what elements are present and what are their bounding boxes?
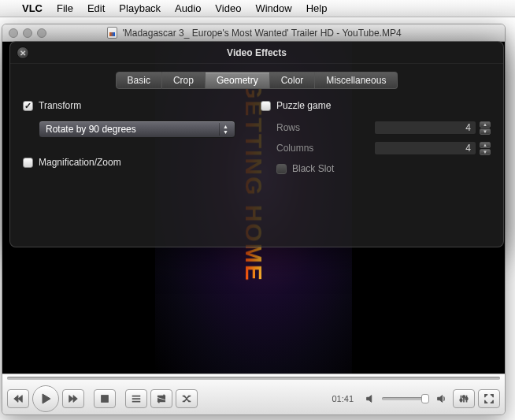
chevron-updown-icon: ▲▼ (219, 123, 232, 136)
time-elapsed[interactable]: 01:41 (327, 394, 358, 403)
puzzle-cols-input[interactable]: 4 (374, 141, 476, 155)
app-name[interactable]: VLC (22, 2, 43, 14)
volume-slider[interactable] (382, 397, 429, 400)
magnification-checkbox-row[interactable]: Magnification/Zoom (23, 157, 253, 168)
panel-title: Video Effects (227, 47, 287, 58)
transform-select-value: Rotate by 90 degrees (46, 124, 136, 135)
blackslot-checkbox[interactable] (276, 164, 287, 174)
puzzle-cols-stepper[interactable]: ▲▼ (480, 142, 491, 155)
next-button[interactable] (62, 389, 84, 408)
blackslot-checkbox-row[interactable]: Black Slot (276, 163, 491, 174)
puzzle-checkbox[interactable] (261, 101, 271, 111)
tab-geometry[interactable]: Geometry (206, 72, 270, 89)
player-controls: 01:41 (2, 374, 505, 414)
magnification-checkbox[interactable] (23, 158, 33, 168)
mac-menubar: VLC File Edit Playback Audio Video Windo… (0, 0, 515, 17)
transform-label: Transform (39, 100, 81, 111)
playlist-button[interactable] (125, 389, 147, 408)
transform-checkbox-row[interactable]: Transform (23, 100, 253, 111)
svg-point-3 (465, 397, 468, 400)
puzzle-checkbox-row[interactable]: Puzzle game (261, 100, 491, 111)
transform-select[interactable]: Rotate by 90 degrees ▲▼ (39, 121, 235, 138)
menu-file[interactable]: File (57, 2, 73, 14)
shuffle-button[interactable] (176, 389, 198, 408)
puzzle-rows-input[interactable]: 4 (374, 121, 476, 135)
volume-low-icon[interactable] (361, 389, 379, 408)
document-icon (107, 27, 117, 39)
svg-point-1 (460, 399, 462, 401)
menu-video[interactable]: Video (215, 2, 241, 14)
prev-button[interactable] (7, 389, 29, 408)
effects-tabs: Basic Crop Geometry Color Miscellaneous (10, 72, 503, 89)
puzzle-rows-row: Rows 4 ▲▼ (276, 121, 491, 135)
play-button[interactable] (32, 385, 59, 412)
seek-bar[interactable] (2, 374, 505, 382)
puzzle-cols-row: Columns 4 ▲▼ (276, 141, 491, 155)
magnification-label: Magnification/Zoom (39, 157, 121, 168)
repeat-button[interactable] (150, 389, 172, 408)
panel-close-button[interactable]: ✕ (17, 46, 29, 59)
fullscreen-button[interactable] (478, 389, 500, 408)
puzzle-rows-label: Rows (276, 122, 333, 133)
window-titlebar: 'Madagascar 3_ Europe's Most Wanted' Tra… (2, 24, 505, 42)
tab-miscellaneous[interactable]: Miscellaneous (315, 72, 398, 89)
menu-playback[interactable]: Playback (119, 2, 161, 14)
puzzle-rows-stepper[interactable]: ▲▼ (480, 121, 491, 135)
tab-crop[interactable]: Crop (162, 72, 206, 89)
tab-color[interactable]: Color (270, 72, 316, 89)
svg-rect-0 (102, 395, 109, 402)
volume-thumb[interactable] (421, 394, 429, 403)
transform-checkbox[interactable] (23, 101, 33, 111)
tab-basic[interactable]: Basic (116, 72, 162, 89)
stop-button[interactable] (94, 389, 116, 408)
svg-point-2 (463, 396, 465, 398)
menu-window[interactable]: Window (255, 2, 291, 14)
menu-help[interactable]: Help (306, 2, 328, 14)
puzzle-label: Puzzle game (276, 100, 331, 111)
window-close-button[interactable] (9, 28, 18, 38)
window-zoom-button[interactable] (37, 28, 46, 38)
menu-edit[interactable]: Edit (87, 2, 105, 14)
window-minimize-button[interactable] (23, 28, 32, 38)
volume-high-icon[interactable] (432, 389, 450, 408)
puzzle-cols-label: Columns (276, 143, 333, 154)
menu-audio[interactable]: Audio (175, 2, 201, 14)
video-effects-panel: ✕ Video Effects Basic Crop Geometry Colo… (9, 41, 504, 247)
window-title: 'Madagascar 3_ Europe's Most Wanted' Tra… (122, 28, 401, 39)
blackslot-label: Black Slot (292, 163, 334, 174)
effects-button[interactable] (453, 389, 475, 408)
